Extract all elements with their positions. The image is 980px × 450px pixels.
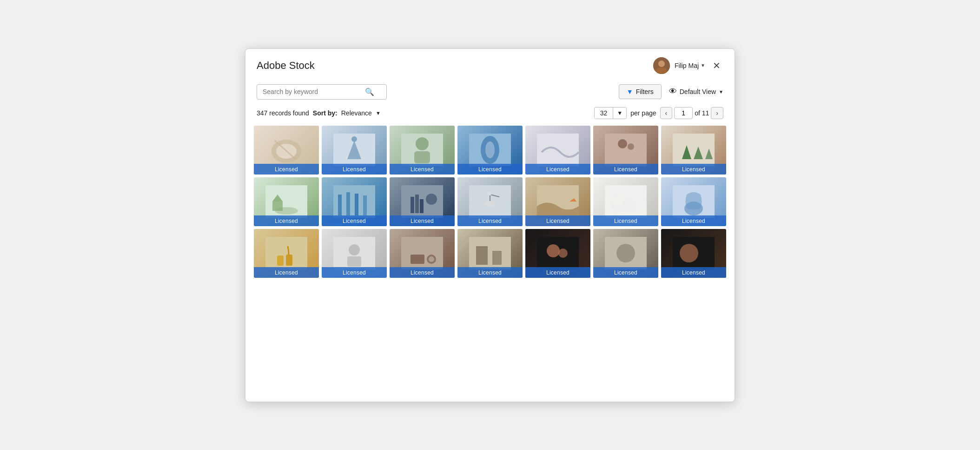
svg-point-41 [488,192,491,195]
search-input[interactable] [263,88,365,95]
licensed-badge: Licensed [254,215,319,226]
image-cell[interactable]: Licensed [661,126,726,175]
svg-point-10 [416,137,429,150]
image-cell[interactable]: Licensed [661,177,726,226]
image-cell[interactable]: Licensed [390,126,455,175]
sort-chevron-icon: ▼ [376,110,381,116]
svg-rect-11 [414,151,430,163]
svg-point-36 [426,194,437,205]
svg-point-26 [275,207,298,215]
toolbar-right: ▼ Filters 👁 Default View ▼ [619,84,723,99]
licensed-badge: Licensed [593,164,658,175]
licensed-badge: Licensed [390,164,455,175]
page-input[interactable] [674,107,693,119]
view-chevron-icon: ▼ [719,89,723,94]
close-button[interactable]: ✕ [710,60,723,71]
svg-rect-33 [411,197,414,213]
svg-point-8 [351,136,357,142]
sort-select[interactable]: Relevance ▼ [341,109,381,117]
prev-page-button[interactable]: ‹ [660,107,673,119]
licensed-badge: Licensed [661,215,726,226]
next-page-button[interactable]: › [711,107,723,119]
svg-rect-30 [355,194,358,215]
svg-point-17 [618,139,627,148]
svg-rect-31 [363,195,367,215]
svg-point-67 [616,244,635,262]
image-cell[interactable]: Licensed [525,229,590,278]
per-page-arrow-icon[interactable]: ▼ [613,108,626,118]
per-page-label: per page [630,109,656,117]
view-selector[interactable]: 👁 Default View ▼ [669,87,723,96]
svg-rect-16 [605,134,647,166]
svg-point-18 [628,143,634,150]
svg-rect-34 [415,195,419,213]
image-cell[interactable]: Licensed [322,177,387,226]
licensed-badge: Licensed [525,215,590,226]
per-page-value: 32 [595,107,614,119]
licensed-badge: Licensed [322,267,387,278]
svg-point-64 [547,244,560,257]
image-cell[interactable]: Licensed [322,229,387,278]
licensed-badge: Licensed [390,215,455,226]
records-count: 347 records found [257,109,309,117]
filters-label: Filters [636,88,654,95]
svg-rect-29 [346,192,350,215]
image-cell[interactable]: Licensed [525,126,590,175]
search-box: 🔍 [257,84,387,100]
svg-rect-61 [476,246,488,265]
image-cell[interactable]: Licensed [390,229,455,278]
avatar [653,57,670,74]
toolbar: 🔍 ▼ Filters 👁 Default View ▼ [245,80,735,104]
title-bar-right: Filip Maj ▼ ✕ [653,57,723,74]
image-cell[interactable]: Licensed [593,177,658,226]
image-cell[interactable]: Licensed [254,177,319,226]
svg-rect-52 [286,255,292,266]
pagination-controls: 32 ▼ per page ‹ of 11 › [594,107,723,119]
filter-icon: ▼ [627,88,633,95]
svg-rect-51 [277,255,284,266]
svg-rect-60 [469,237,511,269]
licensed-badge: Licensed [457,267,523,278]
svg-point-14 [485,141,495,158]
licensed-badge: Licensed [661,267,726,278]
svg-point-54 [349,244,360,255]
svg-point-38 [484,201,496,207]
image-cell[interactable]: Licensed [457,229,523,278]
results-bar: 347 records found Sort by: Relevance ▼ 3… [245,104,735,124]
image-cell[interactable]: Licensed [661,229,726,278]
sort-value: Relevance [341,109,372,117]
image-cell[interactable]: Licensed [322,126,387,175]
licensed-badge: Licensed [457,164,523,175]
sort-by-label: Sort by: [313,109,338,117]
licensed-badge: Licensed [525,267,590,278]
svg-point-65 [558,249,568,258]
image-cell[interactable]: Licensed [390,177,455,226]
licensed-badge: Licensed [593,215,658,226]
svg-point-1 [658,60,665,67]
licensed-badge: Licensed [390,267,455,278]
results-info: 347 records found Sort by: Relevance ▼ [257,109,381,117]
svg-rect-28 [338,195,342,215]
image-cell[interactable]: Licensed [525,177,590,226]
licensed-badge: Licensed [525,164,590,175]
svg-point-59 [429,256,434,262]
image-cell[interactable]: Licensed [254,229,319,278]
image-cell[interactable]: Licensed [457,126,523,175]
licensed-badge: Licensed [254,267,319,278]
app-window: Adobe Stock Filip Maj ▼ ✕ 🔍 ▼ [245,48,735,402]
licensed-badge: Licensed [457,215,523,226]
image-cell[interactable]: Licensed [593,126,658,175]
image-cell[interactable]: Licensed [593,229,658,278]
licensed-badge: Licensed [661,164,726,175]
image-cell[interactable]: Licensed [457,177,523,226]
title-bar: Adobe Stock Filip Maj ▼ ✕ [245,49,735,80]
filters-button[interactable]: ▼ Filters [619,84,662,99]
image-cell[interactable]: Licensed [254,126,319,175]
svg-rect-56 [401,237,443,269]
svg-point-69 [680,244,698,262]
user-name-dropdown[interactable]: Filip Maj ▼ [675,62,705,69]
search-icon[interactable]: 🔍 [365,87,374,96]
per-page-selector[interactable]: 32 ▼ [594,107,627,119]
view-label: Default View [680,88,716,95]
svg-rect-57 [411,255,424,264]
